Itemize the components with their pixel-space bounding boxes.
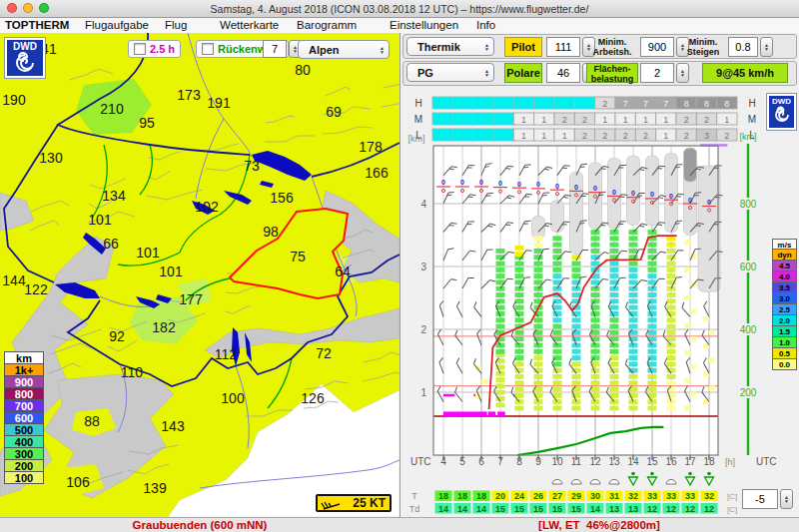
pilot-value[interactable]: 111 (546, 37, 580, 57)
cover-cell (534, 97, 554, 109)
menu-item-toptherm[interactable]: TOPTHERM (5, 19, 69, 31)
cover-cell (432, 113, 452, 125)
thermal-segment (496, 377, 505, 382)
thermal-segment (572, 273, 581, 278)
utc-hour-label: 18 (703, 456, 715, 467)
region-dropdown[interactable]: Alpen ▲▼ (298, 40, 390, 59)
temp-value: 29 (571, 491, 581, 501)
flaechenbelastung-value[interactable]: 2 (640, 63, 674, 83)
thermal-segment (610, 387, 619, 392)
thermal-segment (610, 243, 619, 248)
map-value-label: 80 (295, 62, 311, 78)
menu-item-flug[interactable]: Flug (165, 19, 187, 31)
min-steigen-value[interactable]: 0.8 (728, 37, 758, 57)
map-value-label: 190 (2, 92, 26, 108)
min-steigen-spinner[interactable]: 0.8 ▲▼ (728, 37, 773, 57)
map-value-label: 102 (195, 199, 219, 215)
temp-unit: [C] (727, 505, 737, 514)
thermal-segment (553, 317, 562, 322)
thermal-segment (667, 374, 676, 379)
traffic-lights (7, 3, 49, 13)
thermal-segment (515, 267, 524, 272)
dwd-spiral-icon (773, 106, 791, 124)
polare-value[interactable]: 46 (546, 63, 580, 83)
thermal-symbol (648, 477, 657, 485)
close-button[interactable] (7, 3, 17, 13)
thermal-segment (667, 267, 676, 272)
thermal-segment (572, 361, 581, 366)
dewpoint-value: 13 (628, 504, 638, 514)
hours-spinner-value[interactable]: 7 (263, 40, 287, 58)
thermal-segment (496, 383, 505, 388)
temp-offset-spinner[interactable]: -5 ▲▼ (742, 489, 793, 509)
cover-row-label-M: M (414, 114, 422, 125)
menu-item-barogramm[interactable]: Barogramm (297, 19, 357, 31)
hours-spinner[interactable]: 7 ▲▼ (263, 40, 302, 58)
checkbox-rueckenwind-box[interactable] (202, 43, 214, 55)
cover-cell-value: 1 (623, 115, 628, 125)
thermal-segment (667, 305, 676, 310)
left-axis-tick: 3 (420, 262, 426, 272)
thermal-segment (591, 399, 600, 404)
menu-item-info[interactable]: Info (476, 19, 495, 31)
flaechenbelastung-stepper[interactable]: ▲▼ (676, 63, 689, 83)
dwd-logo: DWD (5, 38, 45, 78)
thermal-segment (553, 249, 562, 254)
dewpoint-value: 12 (704, 504, 714, 514)
map-value-label: 88 (84, 413, 100, 429)
thermal-segment (684, 378, 690, 383)
freezing-level-zero: 0 (517, 181, 521, 188)
checkbox-25h[interactable]: 2.5 h (128, 40, 181, 58)
right-axis-tick: 200 (740, 387, 757, 398)
mode-dropdown[interactable]: Thermik ▲▼ (406, 37, 494, 56)
dewpoint-value: 14 (590, 504, 600, 514)
thermal-segment (648, 324, 657, 329)
thermal-segment (572, 406, 581, 411)
thermal-segment (534, 236, 543, 241)
aircraft-dropdown[interactable]: PG ▲▼ (406, 63, 494, 82)
temp-offset-stepper[interactable]: ▲▼ (780, 489, 793, 509)
temp-offset-value[interactable]: -5 (742, 489, 778, 509)
thermal-segment (667, 292, 676, 297)
thermal-segment (648, 286, 657, 291)
thermal-segment (496, 267, 505, 272)
thermal-segment (553, 243, 562, 248)
cloud-column (684, 149, 697, 182)
map-legend-entry-900: 900 (4, 376, 44, 388)
dewpoint-value: 15 (495, 504, 505, 514)
dwd-spiral-icon (13, 52, 37, 74)
map-value-label: 177 (179, 291, 203, 307)
speed-result-display: 9@45 km/h (702, 63, 788, 83)
zoom-button[interactable] (39, 3, 49, 13)
thermal-symbol (629, 477, 638, 485)
map-value-label: 112 (215, 346, 238, 362)
thermal-segment (534, 399, 543, 404)
thermal-map[interactable]: 1418019021095173191691781667313013415610… (0, 33, 400, 517)
minimize-button[interactable] (23, 3, 33, 13)
thermal-segment (667, 249, 676, 254)
thermal-segment (703, 316, 709, 321)
min-steigen-stepper[interactable]: ▲▼ (760, 37, 773, 57)
thermal-segment (629, 230, 638, 235)
freezing-level-zero: 0 (460, 179, 464, 186)
temp-value: 33 (647, 491, 657, 501)
min-arbeitshoehe-value[interactable]: 900 (640, 37, 674, 57)
map-value-label: 73 (244, 158, 260, 174)
thermal-segment (629, 406, 638, 411)
flaechenbelastung-spinner[interactable]: 2 ▲▼ (640, 63, 689, 83)
thermal-segment (534, 380, 543, 385)
temp-value: 20 (495, 491, 505, 501)
utc-hour-label: 6 (478, 456, 484, 467)
thermal-segment (629, 273, 638, 278)
map-value-label: 156 (270, 190, 294, 206)
menu-item-flugaufgabe[interactable]: Flugaufgabe (85, 19, 149, 31)
thermal-segment (572, 349, 581, 354)
checkbox-25h-box[interactable] (134, 43, 146, 55)
thermal-segment (667, 330, 676, 335)
cover-cell-value: 8 (724, 99, 729, 109)
cover-cell (513, 97, 533, 109)
menu-item-wetterkarte[interactable]: Wetterkarte (220, 19, 279, 31)
thermal-segment (703, 344, 709, 349)
menu-item-einstellungen[interactable]: Einstellungen (390, 19, 458, 31)
cover-cell-value: 2 (643, 131, 648, 141)
